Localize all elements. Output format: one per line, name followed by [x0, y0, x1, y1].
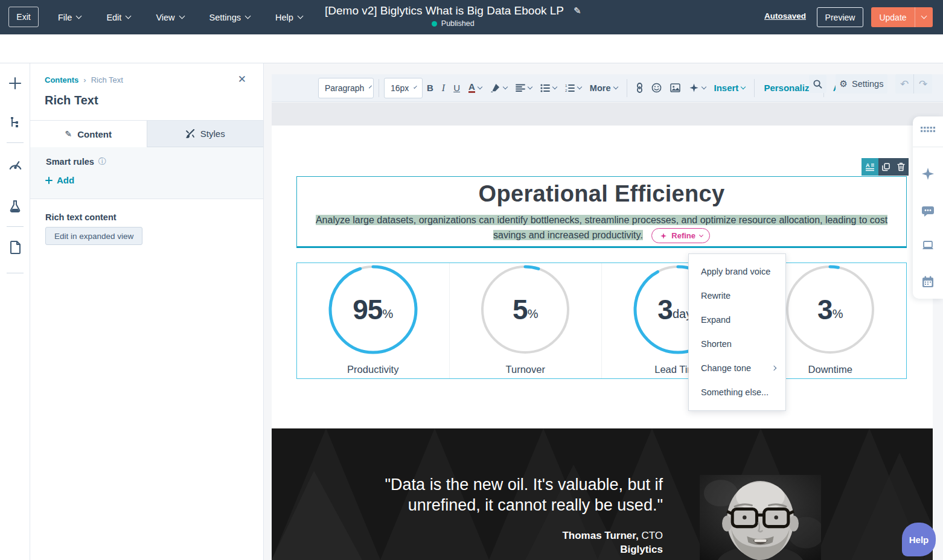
chevron-down-icon: [741, 84, 746, 89]
align-button[interactable]: [511, 78, 536, 98]
ai-assistant-button[interactable]: [685, 78, 710, 98]
search-icon: [813, 80, 822, 89]
tab-content[interactable]: ✎ Content: [30, 121, 147, 147]
comments-button[interactable]: [913, 206, 943, 217]
ai-panel-button[interactable]: [913, 167, 943, 180]
refine-button[interactable]: Refine: [651, 228, 710, 243]
sparkle-icon: [660, 232, 667, 240]
close-panel-button[interactable]: ✕: [238, 73, 246, 85]
rail-divider: [7, 273, 24, 273]
chevron-down-icon: [613, 84, 618, 89]
preview-device-button[interactable]: [913, 241, 943, 251]
tab-content-label: Content: [77, 129, 112, 139]
delete-module-button[interactable]: [893, 158, 909, 176]
underline-button[interactable]: U: [449, 78, 464, 98]
quote-module[interactable]: "Data is the new oil. It's valuable, but…: [272, 428, 933, 560]
menu-edit[interactable]: Edit: [106, 13, 130, 22]
insert-image-button[interactable]: [666, 78, 685, 98]
module-heading: Operational Efficiency: [297, 181, 906, 207]
preview-button[interactable]: Preview: [817, 7, 863, 27]
undo-button[interactable]: ↶: [895, 74, 913, 94]
duplicate-module-button[interactable]: [878, 158, 893, 176]
menu-item-something-else[interactable]: Something else...: [689, 380, 785, 404]
edit-title-icon[interactable]: ✎: [574, 5, 581, 16]
rich-text-module[interactable]: Operational Efficiency Analyze large dat…: [296, 176, 907, 248]
chevron-down-icon: [478, 84, 482, 89]
autosaved-link[interactable]: Autosaved: [764, 11, 806, 21]
update-button[interactable]: Update: [871, 7, 915, 27]
panel-title: Rich Text: [45, 94, 98, 107]
smart-rules-section: Smart rules ⓘ Add: [30, 147, 263, 199]
menu-help[interactable]: Help: [275, 13, 302, 22]
highlighter-icon: [490, 83, 500, 93]
add-smart-rule-button[interactable]: Add: [45, 175, 74, 185]
settings-label: Settings: [852, 79, 883, 89]
add-module-button[interactable]: [0, 77, 30, 90]
image-icon: [670, 83, 680, 92]
plus-icon: [8, 77, 22, 90]
menu-item-shorten[interactable]: Shorten: [689, 332, 785, 356]
refine-dropdown-menu: Apply brand voice Rewrite Expand Shorten…: [688, 253, 786, 411]
exit-button[interactable]: Exit: [8, 7, 39, 27]
chevron-down-icon: [701, 84, 706, 89]
contents-tree-button[interactable]: [0, 116, 30, 129]
font-size-select[interactable]: 16px: [384, 78, 423, 98]
personalize-label: Personalize: [764, 83, 814, 93]
font-color-button[interactable]: A: [464, 78, 486, 98]
stat-label: Turnover: [506, 364, 545, 375]
sparkle-icon: [689, 83, 699, 93]
bullet-list-button[interactable]: [536, 78, 561, 98]
drag-handle[interactable]: [913, 127, 943, 134]
highlight-color-button[interactable]: [486, 78, 511, 98]
numbered-list-button[interactable]: 12: [561, 78, 586, 98]
menu-item-rewrite[interactable]: Rewrite: [689, 284, 785, 308]
update-split-button: Update: [871, 7, 933, 27]
update-dropdown-button[interactable]: [915, 7, 933, 27]
page-document-button[interactable]: [0, 241, 30, 254]
menu-item-expand[interactable]: Expand: [689, 308, 785, 332]
menu-file[interactable]: File: [58, 13, 81, 22]
chevron-down-icon: [126, 13, 132, 19]
font-size-value: 16px: [391, 83, 409, 93]
page-title-block: [Demo v2] Biglytics What is Big Data Ebo…: [325, 4, 581, 28]
module-paragraph: Analyze large datasets, organizations ca…: [299, 214, 904, 242]
settings-button[interactable]: ⚙ Settings: [836, 74, 887, 94]
sparkle-icon: [921, 167, 935, 180]
tree-icon: [9, 116, 21, 129]
info-icon[interactable]: ⓘ: [98, 156, 106, 167]
chevron-right-icon: [772, 366, 776, 371]
menu-label: File: [58, 13, 72, 22]
help-button[interactable]: Help: [902, 523, 936, 556]
menu-item-apply-brand-voice[interactable]: Apply brand voice: [689, 259, 785, 284]
top-navbar: Exit FileEditViewSettingsHelp [Demo v2] …: [0, 0, 943, 34]
stats-module[interactable]: 95% Productivity 5% Turnover 3days: [296, 262, 907, 379]
toolbar-divider: [754, 79, 755, 97]
edit-expanded-view-button[interactable]: Edit in expanded view: [45, 227, 142, 245]
emoji-button[interactable]: [647, 78, 666, 98]
tab-styles[interactable]: Styles: [147, 121, 264, 147]
paragraph-style-select[interactable]: Paragraph: [318, 78, 374, 98]
search-button[interactable]: [809, 75, 826, 93]
rail-divider: [7, 226, 24, 227]
menu-label: View: [156, 13, 174, 22]
pencil-icon: ✎: [65, 129, 72, 139]
insert-link-button[interactable]: [632, 78, 647, 98]
menu-settings[interactable]: Settings: [209, 13, 250, 22]
insert-button[interactable]: Insert: [710, 78, 750, 98]
schedule-button[interactable]: [913, 276, 943, 288]
more-button[interactable]: More: [586, 78, 622, 98]
test-button[interactable]: [0, 200, 30, 212]
redo-button[interactable]: ↷: [913, 74, 932, 94]
italic-button[interactable]: I: [438, 78, 449, 98]
edit-module-button[interactable]: A: [861, 158, 878, 176]
module-action-buttons: A: [861, 158, 909, 176]
optimize-button[interactable]: [0, 159, 30, 171]
menu-view[interactable]: View: [156, 13, 184, 22]
bold-button[interactable]: B: [423, 78, 438, 98]
svg-text:A: A: [866, 162, 870, 168]
menu-item-change-tone[interactable]: Change tone: [689, 356, 785, 380]
breadcrumb-contents[interactable]: Contents: [45, 75, 78, 84]
svg-text:1: 1: [565, 84, 567, 88]
calendar-icon: [922, 276, 934, 288]
chevron-down-icon: [552, 84, 557, 89]
